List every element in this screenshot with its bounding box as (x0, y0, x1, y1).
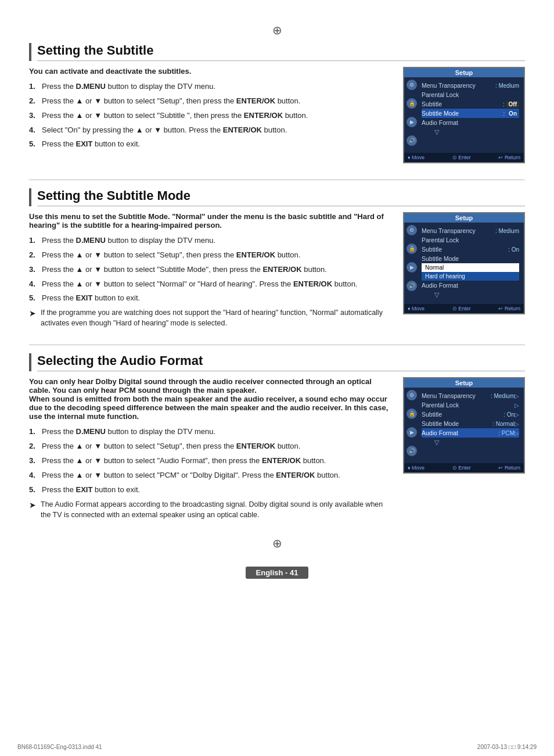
subtitle-steps: 1. Press the D.MENU button to display th… (29, 81, 391, 150)
section-subtitle-text: You can activate and deactivate the subt… (29, 67, 391, 153)
tv-icon-f: 🔒 (406, 409, 417, 419)
tv-menu-row: Subtitle Mode : Normal ▷ (422, 419, 519, 428)
step-body: Press the ▲ or ▼ button to select "Setup… (42, 96, 391, 107)
tv-screen-subtitle: Setup ⚙ 🔒 ▶ 🔊 Menu Transparency : Medium (403, 67, 525, 163)
tv-menu-row-highlighted: Subtitle Mode : On (422, 109, 519, 118)
step-item: 3. Press the ▲ or ▼ button to select "Su… (29, 264, 391, 275)
section-subtitle-mode-text: Use this menu to set the Subtitle Mode. … (29, 212, 391, 328)
step-body: Press the D.MENU button to display the D… (42, 427, 391, 438)
step-num: 2. (29, 250, 38, 261)
audio-format-intro: You can only hear Dolby Digital sound th… (29, 377, 391, 421)
step-body: Press the ▲ or ▼ button to select "Norma… (42, 279, 391, 290)
tv-menu-row: Audio Format (422, 281, 519, 290)
step-num: 5. (29, 293, 38, 304)
tv-menu-row: Subtitle : On ▷ (422, 410, 519, 419)
step-body: Press the ▲ or ▼ button to select "Subti… (42, 110, 391, 121)
step-num: 1. (29, 81, 38, 92)
step-item: 5. Press the EXIT button to exit. (29, 139, 391, 150)
divider-2 (29, 345, 525, 345)
section-subtitle-mode-content: Use this menu to set the Subtitle Mode. … (29, 212, 525, 328)
page-footer: English - 41 (29, 564, 525, 581)
tv-icons-2: ⚙ 🔒 ▶ 🔊 (406, 225, 417, 291)
tv-title-bar-3: Setup (404, 378, 524, 388)
subtitle-intro: You can activate and deactivate the subt… (29, 67, 391, 76)
tv-menu-row: Parental Lock (422, 235, 519, 245)
step-item: 1. Press the D.MENU button to display th… (29, 235, 391, 246)
tv-screen-subtitle-mode: Setup ⚙ 🔒 ▶ 🔊 Menu Transparency : Medium (403, 212, 525, 314)
compass-top-icon: ⊕ (29, 23, 525, 37)
tv-icon-4: 🔊 (406, 135, 417, 146)
section-subtitle-content: You can activate and deactivate the subt… (29, 67, 525, 163)
tv-menu-row: Audio Format (422, 118, 519, 127)
step-num: 4. (29, 125, 38, 136)
step-body: Press the EXIT button to exit. (42, 139, 391, 150)
step-num: 2. (29, 96, 38, 107)
step-item: 5. Press the EXIT button to exit. (29, 485, 391, 496)
tv-body-3: ⚙ 🔒 ▶ 🔊 Menu Transparency : Medium ▷ Par… (404, 388, 524, 463)
tv-icon-h: 🔊 (406, 446, 417, 456)
step-num: 3. (29, 264, 38, 275)
tv-dropdown-normal: Normal (422, 263, 519, 272)
step-num: 4. (29, 470, 38, 481)
tv-footer: ♦ Move ⊙ Enter ↩ Return (404, 153, 524, 162)
section-audio-format-title: Selecting the Audio Format (37, 353, 525, 371)
step-num: 3. (29, 110, 38, 121)
step-body: Press the D.MENU button to display the D… (42, 235, 391, 246)
doc-footer-right: 2007-03-13 □□ 9:14:29 (477, 744, 537, 750)
step-item: 2. Press the ▲ or ▼ button to select "Se… (29, 250, 391, 261)
tv-menu-row: Subtitle Mode (422, 254, 519, 263)
section-audio-format-text: You can only hear Dolby Digital sound th… (29, 377, 391, 519)
step-item: 1. Press the D.MENU button to display th… (29, 427, 391, 438)
step-num: 5. (29, 485, 38, 496)
step-body: Press the ▲ or ▼ button to select "Setup… (42, 250, 391, 261)
tv-icon-d: 🔊 (406, 281, 417, 291)
section-subtitle-mode-title: Setting the Subtitle Mode (37, 188, 525, 206)
tv-icons-3: ⚙ 🔒 ▶ 🔊 (406, 390, 417, 456)
tv-menu-row: Subtitle : On (422, 245, 519, 254)
tv-down-arrow-3: ▽ (434, 438, 519, 447)
step-num: 1. (29, 427, 38, 438)
step-item: 1. Press the D.MENU button to display th… (29, 81, 391, 92)
step-num: 5. (29, 139, 38, 150)
section-audio-format-content: You can only hear Dolby Digital sound th… (29, 377, 525, 519)
tv-down-arrow: ▽ (434, 127, 519, 137)
tv-icons: ⚙ 🔒 ▶ 🔊 (406, 80, 417, 146)
tv-icon-3: ▶ (406, 117, 417, 127)
section-subtitle-mode-header: Setting the Subtitle Mode (29, 188, 525, 206)
tv-footer-2: ♦ Move ⊙ Enter ↩ Return (404, 304, 524, 313)
note-item: ➤ If the programme you are watching does… (29, 307, 391, 328)
subtitle-mode-intro: Use this menu to set the Subtitle Mode. … (29, 212, 391, 230)
tv-dropdown-container: Normal Hard of hearing (422, 263, 519, 281)
tv-menu-row: Menu Transparency : Medium ▷ (422, 391, 519, 400)
step-body: Press the ▲ or ▼ button to select "PCM" … (42, 470, 391, 481)
step-item: 5. Press the EXIT button to exit. (29, 293, 391, 304)
tv-body-2: ⚙ 🔒 ▶ 🔊 Menu Transparency : Medium Paren… (404, 223, 524, 304)
step-item: 4. Press the ▲ or ▼ button to select "PC… (29, 470, 391, 481)
page-label: English - 41 (246, 567, 309, 579)
tv-menu-2: Menu Transparency : Medium Parental Lock… (422, 226, 519, 300)
tv-menu-row: Parental Lock (422, 90, 519, 99)
tv-menu-row: Menu Transparency : Medium (422, 81, 519, 90)
tv-menu: Menu Transparency : Medium Parental Lock… (422, 81, 519, 137)
step-body: Press the EXIT button to exit. (42, 293, 391, 304)
tv-icon-2: 🔒 (406, 98, 417, 109)
section-audio-format: Selecting the Audio Format You can only … (29, 353, 525, 519)
step-item: 3. Press the ▲ or ▼ button to select "Au… (29, 456, 391, 467)
tv-menu-3: Menu Transparency : Medium ▷ Parental Lo… (422, 391, 519, 447)
page: ⊕ Setting the Subtitle You can activate … (0, 0, 554, 599)
tv-icon-e: ⚙ (406, 390, 417, 400)
step-item: 2. Press the ▲ or ▼ button to select "Se… (29, 441, 391, 452)
tv-icon-1: ⚙ (406, 80, 417, 90)
step-body: Press the ▲ or ▼ button to select "Setup… (42, 441, 391, 452)
section-subtitle-title: Setting the Subtitle (37, 43, 525, 61)
subtitle-mode-steps: 1. Press the D.MENU button to display th… (29, 235, 391, 304)
step-item: 2. Press the ▲ or ▼ button to select "Se… (29, 96, 391, 107)
tv-down-arrow-2: ▽ (434, 290, 519, 300)
step-body: Press the D.MENU button to display the D… (42, 81, 391, 92)
step-num: 4. (29, 279, 38, 290)
step-item: 3. Press the ▲ or ▼ button to select "Su… (29, 110, 391, 121)
section-subtitle-mode: Setting the Subtitle Mode Use this menu … (29, 188, 525, 328)
tv-menu-row-audio-highlighted: Audio Format : PCM ▷ (422, 428, 519, 438)
tv-screen-audio-format: Setup ⚙ 🔒 ▶ 🔊 Menu Transparency : Medium… (403, 377, 525, 474)
step-item: 4. Press the ▲ or ▼ button to select "No… (29, 279, 391, 290)
